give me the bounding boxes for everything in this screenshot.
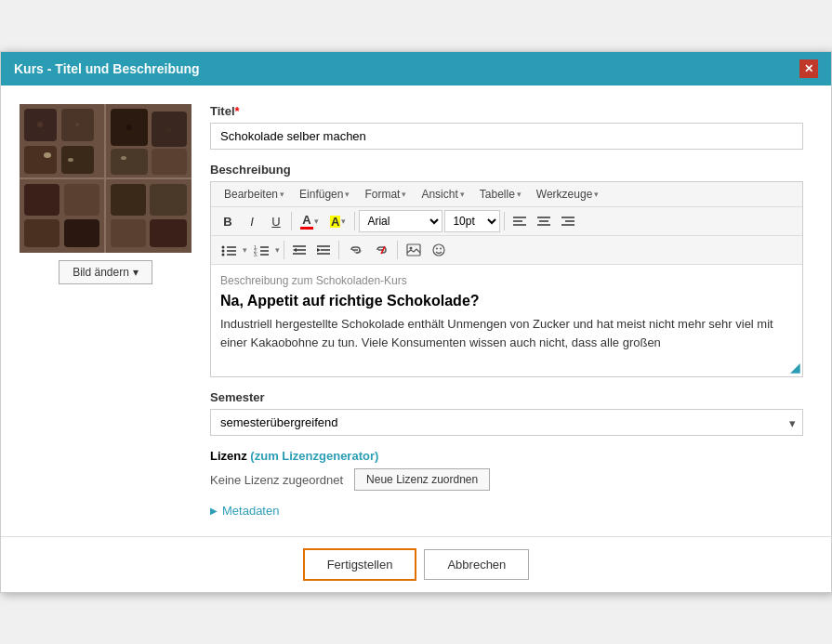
resize-handle[interactable]: ◢ bbox=[790, 360, 800, 375]
abbrechen-button[interactable]: Abbrechen bbox=[424, 549, 529, 580]
beschreibung-label: Beschreibung bbox=[210, 163, 803, 177]
semester-select[interactable]: semesterübergreifend Wintersemester Somm… bbox=[210, 409, 803, 436]
titel-input[interactable] bbox=[210, 123, 803, 150]
svg-rect-9 bbox=[111, 149, 148, 175]
form-panel: Titel* Beschreibung Bearbeiten ▾ Einfüge… bbox=[210, 104, 803, 518]
bullet-list-button[interactable] bbox=[217, 239, 241, 261]
neue-lizenz-button[interactable]: Neue Lizenz zuordnen bbox=[354, 468, 490, 491]
svg-rect-11 bbox=[24, 184, 59, 216]
bold-button[interactable]: B bbox=[217, 210, 239, 232]
remove-link-button[interactable] bbox=[369, 239, 393, 261]
separator-6 bbox=[397, 241, 398, 259]
svg-rect-18 bbox=[150, 219, 187, 247]
metadata-label: Metadaten bbox=[222, 504, 279, 518]
editor-toolbar-1: B I U A ▾ A bbox=[211, 207, 802, 236]
semester-select-wrapper: semesterübergreifend Wintersemester Somm… bbox=[210, 409, 803, 436]
menu-tabelle[interactable]: Tabelle ▾ bbox=[472, 185, 529, 204]
separator-5 bbox=[338, 241, 339, 259]
metadata-row[interactable]: ▶ Metadaten bbox=[210, 504, 803, 518]
editor-toolbar-2: ▾ 1.2.3. ▾ bbox=[211, 236, 802, 265]
font-color-icon: A bbox=[300, 214, 313, 230]
svg-marker-54 bbox=[317, 248, 321, 252]
separator-2 bbox=[354, 212, 355, 230]
svg-point-37 bbox=[222, 249, 225, 252]
font-color-button[interactable]: A ▾ bbox=[296, 210, 324, 232]
indent-icon bbox=[317, 244, 330, 256]
numbered-list-icon: 1.2.3. bbox=[254, 244, 269, 256]
menu-bearbeiten[interactable]: Bearbeiten ▾ bbox=[217, 185, 292, 204]
menu-einfuegen[interactable]: Einfügen ▾ bbox=[292, 185, 357, 204]
numbered-list-arrow: ▾ bbox=[275, 245, 280, 255]
separator-1 bbox=[291, 212, 292, 230]
indent-button[interactable] bbox=[312, 239, 335, 261]
svg-rect-14 bbox=[64, 219, 99, 247]
svg-rect-16 bbox=[150, 184, 187, 216]
dialog-footer: Fertigstellen Abbrechen bbox=[1, 536, 831, 592]
numbered-list-button[interactable]: 1.2.3. bbox=[249, 239, 273, 261]
svg-point-21 bbox=[126, 125, 132, 130]
svg-point-22 bbox=[167, 127, 171, 131]
change-image-button[interactable]: Bild ändern ▾ bbox=[59, 260, 152, 284]
insert-image-button[interactable] bbox=[402, 239, 426, 261]
lizenz-generator-link[interactable]: (zum Lizenzgenerator) bbox=[250, 449, 378, 463]
underline-button[interactable]: U bbox=[265, 210, 287, 232]
svg-rect-6 bbox=[61, 146, 94, 174]
svg-point-23 bbox=[44, 152, 51, 158]
font-bg-icon: A bbox=[330, 216, 340, 228]
unlink-icon bbox=[374, 244, 389, 256]
editor-body: Industriell hergestellte Schokolade enth… bbox=[220, 315, 793, 351]
change-image-label: Bild ändern bbox=[73, 266, 129, 279]
dialog-title: Kurs - Titel und Beschreibung bbox=[14, 61, 200, 76]
link-icon bbox=[348, 244, 363, 256]
svg-point-20 bbox=[75, 123, 79, 126]
align-left-button[interactable] bbox=[508, 210, 531, 232]
insert-emoji-button[interactable] bbox=[428, 239, 450, 261]
einfuegen-arrow-icon: ▾ bbox=[345, 190, 350, 199]
font-bg-arrow: ▾ bbox=[341, 217, 346, 226]
svg-rect-5 bbox=[24, 146, 57, 174]
svg-point-19 bbox=[37, 122, 43, 127]
semester-label: Semester bbox=[210, 390, 803, 404]
course-image bbox=[20, 104, 191, 253]
insert-link-button[interactable] bbox=[343, 239, 367, 261]
lizenz-none-label: Keine Lizenz zugeordnet bbox=[210, 473, 343, 487]
outdent-button[interactable] bbox=[288, 239, 310, 261]
ansicht-arrow-icon: ▾ bbox=[460, 190, 465, 199]
svg-rect-12 bbox=[64, 184, 99, 216]
font-color-arrow: ▾ bbox=[314, 217, 319, 226]
menu-format[interactable]: Format ▾ bbox=[357, 185, 414, 204]
svg-point-61 bbox=[436, 248, 438, 250]
font-family-select[interactable]: Arial Times New Roman Courier New bbox=[359, 210, 442, 232]
tabelle-arrow-icon: ▾ bbox=[517, 190, 522, 199]
italic-button[interactable]: I bbox=[241, 210, 263, 232]
editor-hint: Beschreibung zum Schokoladen-Kurs bbox=[220, 274, 793, 287]
dialog: Kurs - Titel und Beschreibung ✕ bbox=[0, 51, 832, 593]
menu-ansicht[interactable]: Ansicht ▾ bbox=[414, 185, 471, 204]
close-button[interactable]: ✕ bbox=[799, 59, 818, 78]
svg-point-59 bbox=[410, 247, 413, 250]
svg-point-35 bbox=[222, 245, 225, 248]
align-center-button[interactable] bbox=[533, 210, 555, 232]
bullet-list-icon bbox=[221, 244, 236, 256]
separator-3 bbox=[504, 212, 505, 230]
svg-point-25 bbox=[121, 156, 126, 160]
svg-text:3.: 3. bbox=[254, 252, 258, 256]
bullet-list-arrow: ▾ bbox=[243, 245, 247, 255]
required-star: * bbox=[235, 104, 240, 118]
dialog-body: Bild ändern ▾ Titel* Beschreibung Bearbe… bbox=[1, 85, 831, 536]
image-panel: Bild ändern ▾ bbox=[20, 104, 191, 518]
svg-rect-17 bbox=[111, 219, 146, 247]
dialog-header: Kurs - Titel und Beschreibung ✕ bbox=[1, 52, 831, 85]
svg-point-39 bbox=[222, 253, 225, 256]
course-image-svg bbox=[20, 104, 191, 253]
font-bg-color-button[interactable]: A ▾ bbox=[325, 210, 350, 232]
menu-werkzeuge[interactable]: Werkzeuge ▾ bbox=[529, 185, 606, 204]
fertigstellen-button[interactable]: Fertigstellen bbox=[303, 548, 417, 581]
separator-4 bbox=[284, 241, 284, 259]
svg-rect-15 bbox=[111, 184, 146, 216]
editor-content[interactable]: Beschreibung zum Schokoladen-Kurs Na, Ap… bbox=[211, 265, 802, 376]
align-right-button[interactable] bbox=[557, 210, 579, 232]
font-size-select[interactable]: 10pt 8pt 12pt 14pt bbox=[444, 210, 500, 232]
align-right-icon bbox=[561, 216, 574, 227]
svg-point-60 bbox=[433, 244, 444, 256]
